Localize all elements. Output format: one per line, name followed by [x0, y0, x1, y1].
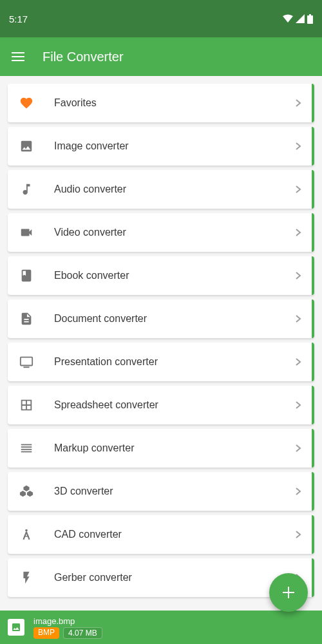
converter-label: Markup converter	[54, 442, 135, 454]
chevron-right-icon	[295, 444, 301, 453]
status-icons	[283, 14, 313, 24]
converter-card[interactable]: Video converter	[8, 213, 314, 252]
file-name: image.bmp	[33, 616, 102, 626]
chevron-right-icon	[295, 357, 301, 366]
svg-rect-2	[21, 357, 32, 366]
chevron-right-icon	[295, 228, 301, 237]
svg-point-8	[25, 529, 28, 532]
file-info: image.bmp BMP 4.07 MB	[33, 616, 102, 639]
chevron-right-icon	[295, 530, 301, 539]
chevron-right-icon	[295, 314, 301, 323]
music-note-icon	[18, 181, 35, 198]
chevron-right-icon	[295, 142, 301, 151]
converter-card[interactable]: CAD converter	[8, 515, 314, 554]
svg-rect-0	[307, 15, 313, 24]
book-icon	[18, 267, 35, 284]
image-icon	[11, 622, 21, 632]
signal-icon	[296, 14, 305, 23]
converter-label: Favorites	[54, 97, 97, 109]
converter-card[interactable]: Document converter	[8, 299, 314, 338]
converter-label: Gerber converter	[54, 572, 132, 583]
chevron-right-icon	[295, 487, 301, 496]
chevron-right-icon	[295, 271, 301, 280]
compass-icon	[18, 526, 35, 543]
lines-icon	[18, 440, 35, 457]
battery-icon	[307, 14, 313, 24]
add-button[interactable]	[269, 573, 308, 612]
monitor-icon	[18, 354, 35, 370]
grid-icon	[18, 397, 35, 413]
converter-label: Audio converter	[54, 184, 126, 195]
converter-label: Video converter	[54, 227, 126, 238]
document-icon	[18, 310, 35, 327]
file-size-badge: 4.07 MB	[63, 627, 102, 639]
converter-card[interactable]: Gerber converter	[8, 558, 314, 597]
app-title: File Converter	[43, 50, 124, 64]
converter-label: Ebook converter	[54, 270, 129, 281]
video-icon	[18, 224, 35, 241]
svg-rect-4	[21, 444, 32, 446]
converter-card[interactable]: Image converter	[8, 127, 314, 166]
svg-rect-6	[21, 449, 32, 450]
svg-rect-1	[309, 14, 311, 15]
converter-card[interactable]: Audio converter	[8, 170, 314, 209]
plus-icon	[281, 585, 296, 600]
svg-rect-7	[21, 451, 32, 453]
file-bar[interactable]: image.bmp BMP 4.07 MB	[0, 611, 322, 644]
bolt-icon	[18, 569, 35, 586]
status-time: 5:17	[9, 14, 28, 24]
app-bar: File Converter	[0, 37, 322, 76]
converter-label: Document converter	[54, 313, 147, 325]
converter-label: 3D converter	[54, 486, 113, 497]
heart-icon	[18, 95, 35, 111]
converter-card[interactable]: Presentation converter	[8, 343, 314, 381]
wifi-icon	[283, 14, 293, 23]
status-bar: 5:17	[0, 0, 322, 37]
converter-card[interactable]: Ebook converter	[8, 256, 314, 295]
file-thumbnail	[8, 619, 24, 636]
converter-label: CAD converter	[54, 529, 122, 540]
menu-button[interactable]	[12, 52, 24, 61]
image-icon	[18, 138, 35, 155]
converter-label: Image converter	[54, 140, 129, 152]
converter-list: Favorites Image converter Audio converte…	[0, 76, 322, 597]
converter-card[interactable]: Spreadsheet converter	[8, 386, 314, 424]
converter-card[interactable]: 3D converter	[8, 472, 314, 511]
converter-label: Presentation converter	[54, 356, 158, 368]
converter-card[interactable]: Markup converter	[8, 429, 314, 468]
svg-rect-5	[21, 446, 32, 448]
converter-label: Spreadsheet converter	[54, 399, 158, 411]
cubes-icon	[18, 483, 35, 500]
chevron-right-icon	[295, 185, 301, 194]
file-format-badge: BMP	[33, 627, 59, 639]
converter-card[interactable]: Favorites	[8, 84, 314, 122]
chevron-right-icon	[295, 401, 301, 410]
chevron-right-icon	[295, 99, 301, 108]
